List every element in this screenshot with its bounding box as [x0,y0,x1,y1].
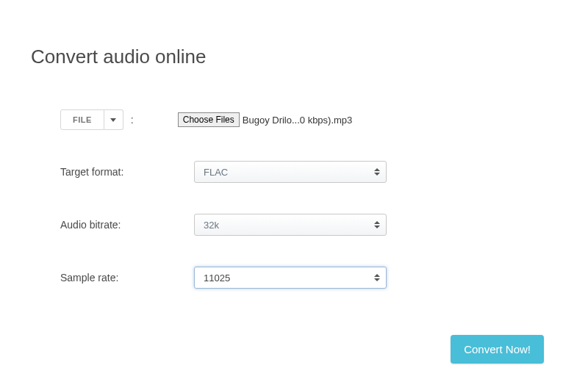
select-arrows-icon [374,274,380,281]
audio-bitrate-value: 32k [204,220,219,231]
audio-bitrate-select[interactable]: 32k [194,214,387,236]
file-source-dropdown-toggle[interactable] [104,109,123,130]
audio-bitrate-row: Audio bitrate: 32k [60,214,557,236]
target-format-select[interactable]: FLAC [194,161,387,183]
select-arrows-icon [374,168,380,176]
sample-rate-label: Sample rate: [60,272,194,284]
select-arrows-icon [374,221,380,228]
caret-down-icon [110,118,116,122]
file-row: FILE : Choose Files Bugoy Drilo...0 kbps… [60,109,557,130]
chosen-file-name: Bugoy Drilo...0 kbps).mp3 [243,115,353,126]
target-format-row: Target format: FLAC [60,161,557,183]
file-source-button[interactable]: FILE [60,109,104,130]
convert-now-button[interactable]: Convert Now! [451,335,544,364]
sample-rate-row: Sample rate: 11025 [60,267,557,289]
audio-bitrate-label: Audio bitrate: [60,219,194,231]
choose-files-button[interactable]: Choose Files [178,112,240,127]
target-format-value: FLAC [204,167,228,178]
target-format-label: Target format: [60,166,194,178]
file-source-button-group: FILE [60,109,123,130]
sample-rate-value: 11025 [204,272,230,284]
page-title: Convert audio online [31,46,557,68]
file-colon: : [131,114,134,126]
sample-rate-select[interactable]: 11025 [194,267,387,289]
